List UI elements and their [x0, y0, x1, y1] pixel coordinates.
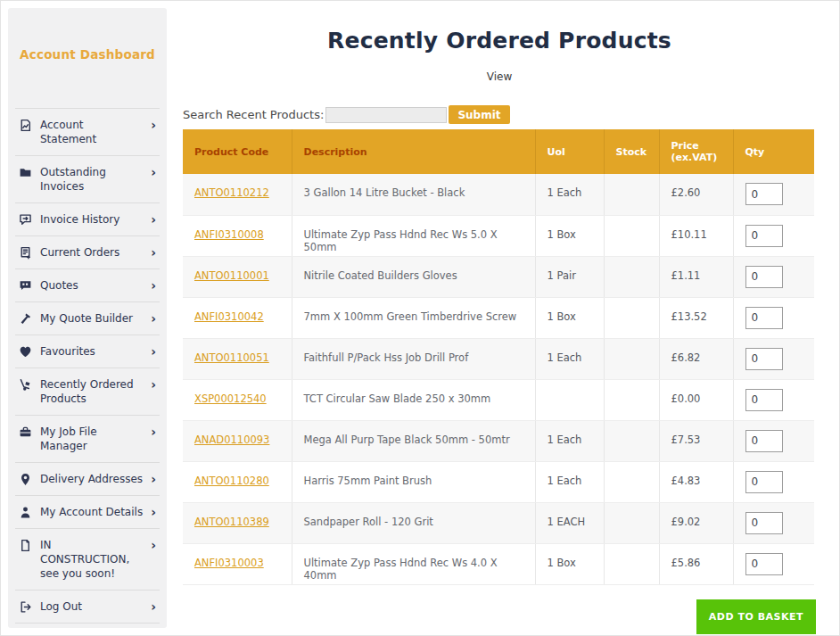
bubble-refresh-icon [19, 213, 32, 227]
sidebar-item-my-quote-builder[interactable]: My Quote Builder › [15, 301, 160, 335]
qty-input[interactable] [745, 183, 783, 205]
product-price: £10.11 [659, 215, 733, 256]
table-row: ANAD0110093 Mega All Purp Tape Black 50m… [183, 420, 814, 461]
sidebar: Account Dashboard Account Statement › Ou… [8, 8, 167, 628]
product-description: 3 Gallon 14 Litre Bucket - Black [292, 174, 535, 215]
recent-products-table: Product CodeDescriptionUolStockPrice(ex.… [183, 129, 814, 585]
product-price: £4.83 [659, 461, 733, 502]
product-code-link[interactable]: ANTO0110389 [194, 516, 269, 528]
product-price: £0.00 [659, 379, 733, 420]
sidebar-item-account-statement[interactable]: Account Statement › [15, 108, 160, 155]
sidebar-item-in-construction-see-you-soon[interactable]: IN CONSTRUCTION, see you soon! › [15, 528, 160, 590]
product-stock [604, 543, 659, 584]
qty-input[interactable] [745, 348, 783, 370]
product-code-link[interactable]: ANTO0110001 [194, 269, 269, 282]
product-code-link[interactable]: ANFI0310008 [194, 228, 264, 241]
column-header-description: Description [292, 129, 535, 174]
product-stock [604, 174, 659, 215]
chevron-right-icon: › [151, 166, 156, 178]
qty-input[interactable] [745, 307, 783, 329]
search-row: Search Recent Products: Submit [183, 105, 816, 124]
sidebar-item-favourites[interactable]: Favourites › [15, 335, 160, 368]
folder-icon [19, 166, 32, 179]
column-header-product-code: Product Code [183, 129, 292, 174]
sidebar-item-current-orders[interactable]: Current Orders › [15, 235, 160, 268]
product-stock [604, 338, 659, 379]
table-header: Product CodeDescriptionUolStockPrice(ex.… [183, 129, 814, 174]
product-description: TCT Circular Saw Blade 250 x 30mm [292, 379, 535, 420]
chevron-right-icon: › [151, 312, 156, 325]
hand-truck-icon [19, 378, 32, 392]
chevron-right-icon: › [151, 279, 156, 292]
receipt-plus-icon [19, 246, 32, 260]
chevron-right-icon: › [151, 425, 156, 438]
table-row: ANTO0110280 Harris 75mm Paint Brush 1 Ea… [183, 461, 814, 502]
sidebar-item-delivery-addresses[interactable]: Delivery Addresses › [15, 462, 160, 495]
table-row: ANTO0110051 Faithfull P/Pack Hss Job Dri… [183, 338, 814, 379]
product-uol: 1 Each [535, 174, 604, 215]
product-description: Mega All Purp Tape Black 50mm - 50mtr [292, 420, 535, 461]
chevron-right-icon: › [151, 600, 156, 613]
column-header-uol: Uol [535, 129, 604, 174]
product-description: Ultimate Zyp Pass Hdnd Rec Ws 4.0 X 40mm [292, 543, 535, 584]
sidebar-item-quotes[interactable]: Quotes › [15, 268, 160, 301]
sidebar-item-my-job-file-manager[interactable]: My Job File Manager › [15, 415, 160, 462]
sidebar-item-my-account-details[interactable]: My Account Details › [15, 495, 160, 528]
product-stock [604, 461, 659, 502]
product-stock [604, 502, 659, 543]
account-dashboard-page: Account Dashboard Account Statement › Ou… [0, 0, 840, 636]
hammer-icon [19, 312, 32, 326]
sidebar-item-outstanding-invoices[interactable]: Outstanding Invoices › [15, 155, 160, 202]
page-icon [19, 539, 32, 552]
column-header-qty: Qty [733, 129, 814, 174]
page-title: Recently Ordered Products [183, 28, 816, 54]
product-stock [604, 256, 659, 297]
table-row: ANTO0110389 Sandpaper Roll - 120 Grit 1 … [183, 502, 814, 543]
chevron-right-icon: › [151, 345, 156, 358]
product-uol: 1 Each [535, 461, 604, 502]
qty-input[interactable] [745, 266, 783, 288]
product-description: Faithfull P/Pack Hss Job Drill Prof [292, 338, 535, 379]
logout-icon [19, 600, 32, 614]
qty-input[interactable] [745, 553, 783, 575]
sidebar-item-log-out[interactable]: Log Out › [15, 590, 160, 624]
add-to-basket-button[interactable]: ADD TO BASKET [696, 599, 816, 634]
product-code-link[interactable]: ANTO0110280 [194, 475, 269, 487]
product-uol: 1 Each [535, 420, 604, 461]
product-uol: 1 Each [535, 338, 604, 379]
product-uol: 1 Box [535, 543, 604, 584]
product-code-link[interactable]: ANTO0110051 [194, 351, 269, 364]
toolbox-icon [19, 425, 32, 439]
product-price: £5.86 [659, 543, 733, 584]
product-code-link[interactable]: XSP00012540 [194, 392, 267, 405]
product-uol: 1 EACH [535, 502, 604, 543]
qty-input[interactable] [745, 225, 783, 247]
qty-input[interactable] [745, 512, 783, 534]
product-uol: 1 Box [535, 215, 604, 256]
qty-input[interactable] [745, 471, 783, 493]
submit-button[interactable]: Submit [449, 105, 509, 124]
qty-input[interactable] [745, 430, 783, 452]
sidebar-item-recently-ordered-products[interactable]: Recently Ordered Products › [15, 368, 160, 415]
table-row: ANFI0310003 Ultimate Zyp Pass Hdnd Rec W… [183, 543, 814, 584]
column-header-price: Price(ex.VAT) [659, 129, 733, 174]
product-description: Harris 75mm Paint Brush [292, 461, 535, 502]
product-code-link[interactable]: ANFI0310003 [194, 557, 264, 569]
sidebar-item-invoice-history[interactable]: Invoice History › [15, 202, 160, 235]
product-description: Sandpaper Roll - 120 Grit [292, 502, 535, 543]
table-row: ANTO0110212 3 Gallon 14 Litre Bucket - B… [183, 174, 814, 215]
document-chart-icon [19, 119, 32, 132]
chevron-right-icon: › [151, 246, 156, 259]
table-row: ANFI0310042 7mm X 100mm Green Timberdriv… [183, 297, 814, 338]
product-code-link[interactable]: ANTO0110212 [194, 186, 269, 199]
product-price: £1.11 [659, 256, 733, 297]
map-pin-icon [19, 473, 32, 486]
qty-input[interactable] [745, 389, 783, 411]
chevron-right-icon: › [151, 119, 156, 131]
product-price: £9.02 [659, 502, 733, 543]
chevron-right-icon: › [151, 378, 156, 391]
product-code-link[interactable]: ANFI0310042 [194, 310, 264, 323]
sidebar-menu: Account Statement › Outstanding Invoices… [8, 108, 167, 624]
product-code-link[interactable]: ANAD0110093 [194, 434, 269, 446]
search-input[interactable] [325, 107, 447, 123]
